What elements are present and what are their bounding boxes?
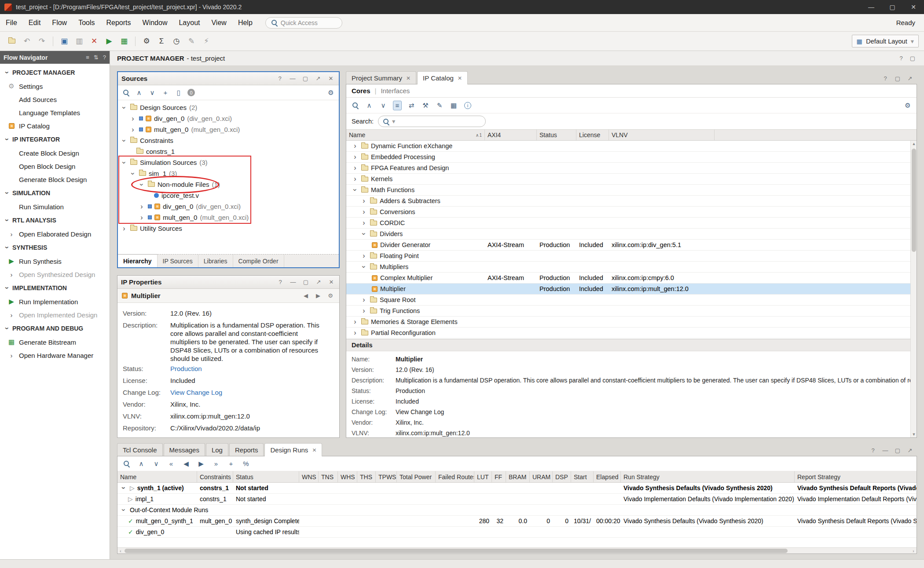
float-icon[interactable] [908,55,917,62]
chevron-right-icon[interactable] [360,208,367,215]
maximize-panel-icon[interactable] [314,75,323,82]
design-run-row-div-gen[interactable]: div_gen_0 Using cached IP results [117,527,917,538]
help-icon[interactable] [881,75,890,82]
tree-row-sim-div-gen[interactable]: div_gen_0 (div_gen_0.xci) [118,201,339,212]
undo-icon[interactable] [20,35,33,48]
scrollbar-thumb[interactable] [912,149,916,252]
chevron-down-icon[interactable] [120,506,127,513]
step-back-icon[interactable] [182,459,191,469]
collapse-all-icon[interactable] [135,88,143,98]
expand-collapse-icon[interactable] [94,54,99,61]
catalog-row[interactable]: Conversions [346,207,917,218]
column-header-tns[interactable]: TNS [319,471,338,482]
menu-help[interactable]: Help [232,14,258,31]
open-recent-icon[interactable] [5,35,18,48]
catalog-row[interactable]: Multipliers [346,262,917,273]
column-header-vlnv[interactable]: VLNV [609,130,715,140]
tab-ip-sources[interactable]: IP Sources [158,255,198,267]
column-header-run-strategy[interactable]: Run Strategy [621,471,795,482]
menu-reports[interactable]: Reports [101,14,137,31]
restore-hierarchy-icon[interactable] [407,101,416,110]
flow-section-rtl-analysis[interactable]: RTL ANALYSIS [0,213,110,227]
catalog-row[interactable]: FPGA Features and Design [346,163,917,174]
column-header-dsp[interactable]: DSP [553,471,571,482]
flow-section-implementation[interactable]: IMPLEMENTATION [0,281,110,295]
tab-messages[interactable]: Messages [164,443,205,456]
report-icon[interactable] [174,88,183,98]
scroll-left-icon[interactable]: ‹ [117,548,124,554]
hierarchy-view-icon[interactable] [393,101,402,110]
help-icon[interactable] [276,279,285,285]
flow-item-language-templates[interactable]: Language Templates [0,106,110,119]
search-icon[interactable] [122,459,131,469]
tab-reports[interactable]: Reports [229,443,264,456]
chevron-right-icon[interactable] [352,164,359,171]
expand-all-icon[interactable] [148,88,157,98]
chevron-down-icon[interactable] [121,137,128,144]
catalog-row[interactable]: Adders & Subtracters [346,196,917,207]
tree-row-constrs-1[interactable]: constrs_1 [118,146,339,157]
column-header-status[interactable]: Status [537,130,576,140]
chevron-right-icon[interactable] [129,126,136,133]
float-panel-icon[interactable] [893,75,902,82]
abort-icon[interactable] [88,35,101,48]
horizontal-scrollbar[interactable]: ‹ › [117,547,917,553]
catalog-row[interactable]: Floating Point [346,251,917,262]
scroll-down-icon[interactable]: ▼ [911,431,917,437]
search-icon[interactable] [121,88,130,98]
status-link[interactable]: Production [396,387,425,394]
grid-view-icon[interactable] [449,101,458,110]
view-change-log-link[interactable]: View Change Log [170,388,222,397]
chevron-right-icon[interactable] [138,214,145,221]
info-icon[interactable] [463,101,472,110]
chevron-right-icon[interactable] [138,203,145,210]
column-header-wns[interactable]: WNS [299,471,319,482]
chevron-right-icon[interactable] [352,329,359,336]
chevron-down-icon[interactable] [121,104,128,111]
column-header-total-power[interactable]: Total Power [397,471,436,482]
tab-project-summary[interactable]: Project Summary [346,71,416,84]
column-header-lut[interactable]: LUT [474,471,492,482]
collapse-all-icon[interactable] [137,459,146,469]
column-header-failed-routes[interactable]: Failed Routes [436,471,474,482]
run-icon[interactable] [197,459,205,469]
flow-section-ip-integrator[interactable]: IP INTEGRATOR [0,132,110,146]
layout-selector[interactable]: Default Layout [852,35,919,47]
chevron-right-icon[interactable] [360,307,367,314]
settings-gear-icon[interactable] [140,35,153,48]
flow-section-project-manager[interactable]: PROJECT MANAGER [0,66,110,80]
flow-item-open-block-design[interactable]: Open Block Design [0,160,110,173]
catalog-row-complex-multiplier[interactable]: Complex Multiplier AXI4-Stream Productio… [346,273,917,284]
percent-icon[interactable] [242,459,250,469]
run-button[interactable] [103,35,116,48]
catalog-row[interactable]: Trig Functions [346,306,917,317]
minimize-button[interactable]: — [861,0,882,14]
column-header-axi4[interactable]: AXI4 [485,130,537,140]
float-panel-icon[interactable] [893,447,902,454]
ip-search-input[interactable] [398,118,481,125]
catalog-row[interactable]: Memories & Storage Elements [346,317,917,328]
flow-item-run-synthesis[interactable]: Run Synthesis [0,255,110,268]
column-header-bram[interactable]: BRAM [506,471,530,482]
flow-item-settings[interactable]: Settings [0,80,110,93]
column-header-ths[interactable]: THS [357,471,376,482]
catalog-row[interactable]: Kernels [346,174,917,185]
add-sources-icon[interactable] [161,88,170,98]
flow-section-simulation[interactable]: SIMULATION [0,186,110,200]
chevron-down-icon[interactable] [129,170,136,177]
scroll-up-icon[interactable]: ▲ [911,141,917,147]
minimize-panel-icon[interactable] [289,279,297,285]
tab-tcl-console[interactable]: Tcl Console [117,443,163,456]
tree-row-div-gen[interactable]: div_gen_0 (div_gen_0.xci) [118,113,339,124]
menu-view[interactable]: View [205,14,232,31]
settings-gear-icon[interactable] [903,101,912,110]
catalog-row[interactable]: Dividers [346,229,917,240]
menu-flow[interactable]: Flow [46,14,73,31]
tab-ip-catalog[interactable]: IP Catalog [417,71,468,84]
close-icon[interactable] [406,75,411,81]
catalog-search-box[interactable] [378,116,486,127]
chevron-right-icon[interactable] [352,318,359,325]
status-link[interactable]: Production [170,364,202,373]
column-header-constraints[interactable]: Constraints [197,471,233,482]
tree-row-constraints[interactable]: Constraints [118,135,339,146]
